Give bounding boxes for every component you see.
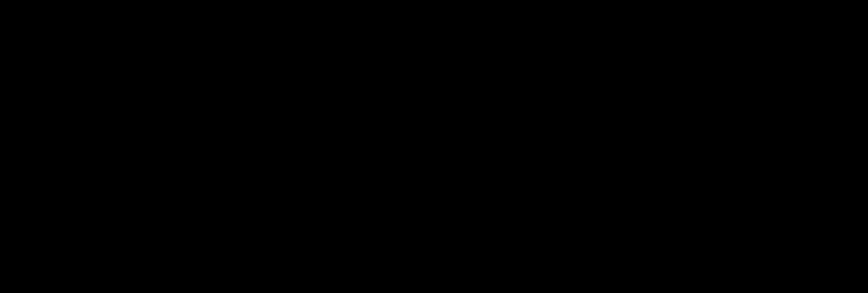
bottom-strip xyxy=(0,288,868,293)
spectrogram-view xyxy=(0,0,868,293)
selection-cursor-bar[interactable] xyxy=(0,0,2,289)
spectrogram-canvas[interactable] xyxy=(0,0,198,99)
